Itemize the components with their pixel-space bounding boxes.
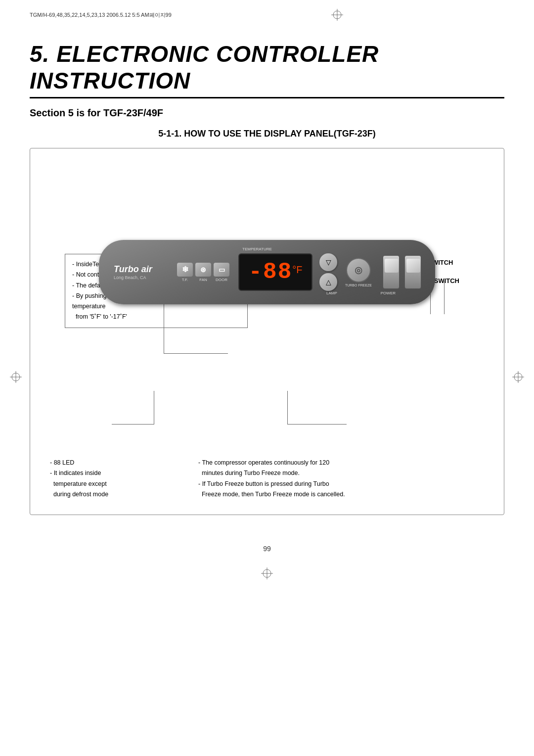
file-info: TGM/H-69,48,35,22,14,5,23,13 2006.5.12 5…: [30, 11, 172, 19]
section-title: Section 5 is for TGF-23F/49F: [30, 107, 504, 119]
turbo-freeze-panel-label: TURBO FREEZE: [345, 284, 372, 287]
connector-h1: [164, 353, 228, 354]
connector-panel-left: [154, 391, 154, 425]
lamp-switch[interactable]: [383, 255, 400, 289]
crosshair-right-icon: [512, 371, 524, 383]
temp-down-button[interactable]: ▽: [319, 253, 337, 271]
connector-panel-left-h: [112, 424, 154, 425]
brand-subtitle: Long Beach, CA: [114, 275, 173, 280]
callout-bottom-right-text: - The compressor operates continuously f…: [198, 458, 489, 500]
connector-panel-right: [287, 391, 288, 425]
brand-name: Turbo air: [114, 264, 173, 275]
btn-labels-row: T.F. FAN DOOR: [177, 278, 229, 282]
oval-panel: TEMPERATURE Turbo air Long Beach, CA ❄ ⊛…: [99, 240, 435, 304]
lamp-panel-label: LAMP: [326, 291, 337, 295]
connector-panel-right-h: [287, 424, 347, 425]
right-reg-mark: [512, 371, 524, 385]
crosshair-icon: [331, 9, 343, 21]
page-header: TGM/H-69,48,35,22,14,5,23,13 2006.5.12 5…: [30, 0, 504, 26]
page: TGM/H-69,48,35,22,14,5,23,13 2006.5.12 5…: [0, 0, 534, 756]
temperature-value: -88: [248, 259, 292, 285]
callout-bottom-left: - 88 LED - It indicates inside temperatu…: [45, 458, 174, 500]
temperature-unit: °F: [292, 264, 302, 276]
brand-section: Turbo air Long Beach, CA: [109, 264, 173, 280]
crosshair-bottom-icon: [261, 567, 273, 579]
page-number: 99: [30, 545, 504, 553]
subsection-title: 5-1-1. HOW TO USE THE DISPLAY PANEL(TGF-…: [30, 129, 504, 139]
door-label: DOOR: [214, 278, 229, 282]
control-panel-area: TEMPERATURE Turbo air Long Beach, CA ❄ ⊛…: [45, 240, 489, 304]
tf-label: T.F.: [177, 278, 193, 282]
reg-mark-top: [331, 9, 343, 21]
small-btns-row: ❄ ⊛ ▭: [177, 263, 229, 277]
small-buttons-group: ❄ ⊛ ▭ T.F. FAN DOOR: [177, 263, 229, 282]
turbo-freeze-section: ◎ TURBO FREEZE: [342, 258, 375, 287]
callout-bottom-left-text: - 88 LED - It indicates inside temperatu…: [50, 458, 174, 500]
bottom-callouts: - 88 LED - It indicates inside temperatu…: [45, 458, 489, 500]
callout-bottom-right: - The compressor operates continuously f…: [188, 458, 489, 500]
temp-buttons: ▽ △: [319, 253, 337, 291]
temperature-display: -88 °F: [238, 253, 312, 291]
temperature-panel-label: TEMPERATURE: [242, 247, 272, 251]
turbo-freeze-button[interactable]: ◎: [346, 258, 371, 283]
power-switch[interactable]: [404, 255, 421, 289]
left-reg-mark: [10, 371, 22, 385]
temp-up-button[interactable]: △: [319, 273, 337, 291]
switch-group: [383, 255, 421, 289]
diagram-inner: - InsideTemperature can be set by the us…: [45, 240, 489, 448]
bottom-reg-marks: [30, 567, 504, 579]
fan-button[interactable]: ⊛: [195, 263, 211, 277]
power-panel-label: POWER: [381, 291, 396, 295]
tf-button[interactable]: ❄: [177, 263, 193, 277]
diagram-box: - InsideTemperature can be set by the us…: [30, 148, 504, 515]
crosshair-left-icon: [10, 371, 22, 383]
connector-v1: [164, 304, 164, 354]
door-button[interactable]: ▭: [214, 263, 229, 277]
chapter-title: 5. Electronic Controller Instruction: [30, 41, 504, 98]
fan-label: FAN: [195, 278, 211, 282]
